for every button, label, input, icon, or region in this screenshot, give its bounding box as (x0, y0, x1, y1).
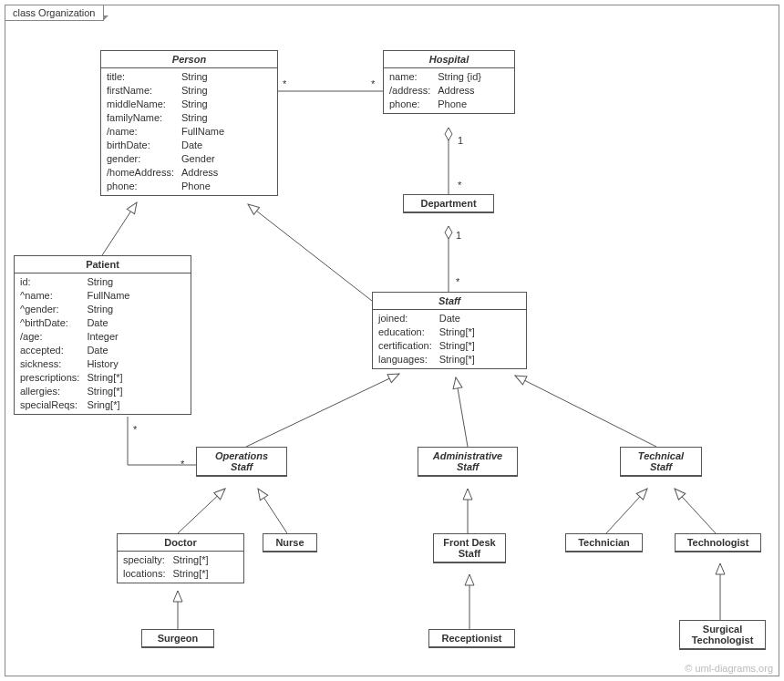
class-doctor: Doctor specialty:locations: String[*]Str… (117, 533, 244, 583)
mult-patient-op-right: * (181, 459, 184, 469)
class-patient: Patient id:^name:^gender:^birthDate:/age… (14, 255, 191, 415)
class-receptionist: Receptionist (428, 629, 515, 648)
frame-label: class Organization (5, 5, 104, 21)
class-surgtech: SurgicalTechnologist (679, 620, 766, 650)
class-surgeon: Surgeon (141, 629, 214, 648)
mult-patient-op-left: * (133, 424, 137, 435)
class-department: Department (403, 194, 494, 213)
class-adminstaff: AdministrativeStaff (418, 447, 518, 477)
class-opstaff: OperationsStaff (196, 447, 287, 477)
class-hospital: Hospital name:/address:phone: String {id… (383, 50, 515, 114)
class-technician: Technician (565, 533, 643, 552)
class-title-hospital: Hospital (384, 51, 514, 68)
class-title-person: Person (101, 51, 277, 68)
mult-hosp-dept-top: 1 (458, 135, 463, 146)
class-nurse: Nurse (263, 533, 317, 552)
class-person: Person title:firstName:middleName:family… (100, 50, 278, 196)
class-technologist: Technologist (675, 533, 761, 552)
class-frontdesk: Front DeskStaff (433, 533, 506, 563)
class-techstaff: TechnicalStaff (620, 447, 702, 477)
mult-dept-staff-top: 1 (456, 230, 461, 241)
mult-person-hospital-right: * (371, 78, 375, 89)
watermark: © uml-diagrams.org (685, 663, 773, 674)
class-staff: Staff joined:education:certification:lan… (372, 292, 527, 369)
mult-dept-staff-bot: * (456, 276, 459, 287)
mult-hosp-dept-bot: * (458, 180, 461, 191)
mult-person-hospital-left: * (283, 78, 286, 89)
